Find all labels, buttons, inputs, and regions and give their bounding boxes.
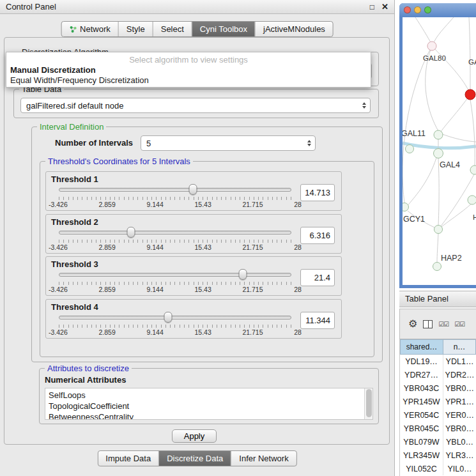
node-attribute-table: shared… n… YDL19… YDL1… YDR27… YDR2… YBR… xyxy=(399,339,476,476)
table-cell[interactable]: YER054C xyxy=(400,408,443,422)
table-cell[interactable]: YPR1… xyxy=(443,395,476,408)
threshold-slider[interactable] xyxy=(59,227,291,238)
table-row[interactable]: YER054C YER0… xyxy=(400,408,476,422)
network-node[interactable] xyxy=(434,130,443,139)
table-row[interactable]: YBL079W YBL0… xyxy=(400,435,476,449)
table-row[interactable]: YBR043C YBR0… xyxy=(400,381,476,395)
network-node[interactable] xyxy=(434,226,443,234)
tab-impute-data[interactable]: Impute Data xyxy=(98,451,158,466)
table-cell[interactable]: YDL1… xyxy=(443,355,476,368)
table-cell[interactable]: YIL052C xyxy=(400,462,443,475)
traffic-zoom-button[interactable] xyxy=(424,6,431,13)
network-node[interactable] xyxy=(433,263,441,271)
table-cell[interactable]: YBR045C xyxy=(400,422,443,435)
close-icon[interactable]: ✕ xyxy=(381,2,388,12)
table-cell[interactable]: YLR3… xyxy=(443,449,476,462)
tab-select[interactable]: Select xyxy=(153,22,192,36)
float-window-icon[interactable]: □ xyxy=(370,3,374,12)
threshold-slider[interactable] xyxy=(59,184,291,196)
algorithm-option-equal-width[interactable]: Equal Width/Frequency Discretization xyxy=(6,75,371,86)
table-row[interactable]: YDR27… YDR2… xyxy=(400,368,476,381)
table-cell[interactable]: YBR0… xyxy=(443,381,476,395)
table-cell[interactable]: YER0… xyxy=(443,408,476,422)
select-rows-icon[interactable]: ☑☑ xyxy=(454,321,464,328)
table-data-combobox[interactable]: galFiltered.sif default node xyxy=(20,98,371,113)
list-item[interactable]: BetweennessCentrality xyxy=(45,411,372,420)
network-node[interactable] xyxy=(406,145,414,153)
number-of-intervals-combobox[interactable]: 5 xyxy=(141,135,316,151)
network-canvas[interactable]: GAL80 GA GAL11 GAL4 GCY1 HAP2 H xyxy=(403,17,476,285)
tab-network[interactable]: Network xyxy=(61,22,118,36)
table-cell[interactable]: YBL0… xyxy=(443,435,476,449)
scrollbar-thumb[interactable] xyxy=(366,389,372,417)
table-cell[interactable]: YPR145W xyxy=(400,395,443,408)
network-window-titlebar[interactable] xyxy=(399,3,476,17)
bottom-tab-strip: Impute Data Discretize Data Infer Networ… xyxy=(97,450,296,466)
slider-thumb[interactable] xyxy=(164,312,173,323)
threshold-value-field[interactable]: 14.713 xyxy=(300,184,335,201)
threshold-value-field[interactable]: 11.344 xyxy=(300,312,335,329)
slider-thumb[interactable] xyxy=(238,269,247,280)
slider-thumb[interactable] xyxy=(127,227,135,238)
table-cell[interactable]: YLR345W xyxy=(400,449,443,462)
number-of-intervals-label: Number of Intervals xyxy=(55,135,133,151)
slider-scale-labels: -3.426 2.859 9.144 15.43 21.715 28 xyxy=(49,243,302,251)
network-node[interactable] xyxy=(427,42,436,50)
tab-jactivemnodules[interactable]: jActiveMNodules xyxy=(255,22,333,36)
slider-ticks xyxy=(59,282,291,285)
network-node[interactable] xyxy=(468,196,476,204)
network-icon xyxy=(69,26,77,33)
table-cell[interactable]: YBL079W xyxy=(400,435,443,449)
combo-stepper-icon xyxy=(362,102,366,109)
traffic-minimize-button[interactable] xyxy=(414,6,421,13)
network-node[interactable] xyxy=(434,149,443,158)
control-panel-window: Control Panel □ ✕ Network Style Select C… xyxy=(0,0,395,476)
slider-track[interactable] xyxy=(59,316,291,319)
table-cell[interactable]: YBR043C xyxy=(400,381,443,395)
table-cell[interactable]: YDR27… xyxy=(400,368,443,381)
window-title: Control Panel xyxy=(6,2,56,12)
table-cell[interactable]: YDR2… xyxy=(443,368,476,381)
list-item[interactable]: SelfLoops xyxy=(45,390,372,401)
list-item[interactable]: TopologicalCoefficient xyxy=(45,401,372,411)
table-header-row: shared… n… xyxy=(400,339,476,355)
threshold-panel-1: Threshold 1 -3.426 2.859 9.144 15.43 21.… xyxy=(45,171,342,211)
threshold-slider[interactable] xyxy=(59,269,291,280)
tab-infer-network[interactable]: Infer Network xyxy=(231,451,296,466)
algorithm-option-manual[interactable]: Manual Discretization xyxy=(6,65,371,75)
node-label: GAL80 xyxy=(423,54,446,62)
network-node[interactable] xyxy=(403,203,409,211)
column-header-shared-name[interactable]: shared… xyxy=(400,339,443,355)
network-node[interactable] xyxy=(470,165,476,174)
table-row[interactable]: YDL19… YDL1… xyxy=(400,355,476,368)
threshold-value-field[interactable]: 6.316 xyxy=(300,227,335,244)
selected-network-node[interactable] xyxy=(465,89,475,100)
top-tab-strip: Network Style Select Cyni Toolbox jActiv… xyxy=(61,21,334,37)
table-row[interactable]: YLR345W YLR3… xyxy=(400,449,476,462)
threshold-label: Threshold 3 xyxy=(51,259,98,269)
columns-icon[interactable] xyxy=(423,320,433,328)
list-scrollbar[interactable] xyxy=(364,388,372,419)
threshold-value-field[interactable]: 21.4 xyxy=(300,269,335,286)
table-cell[interactable]: YIL0… xyxy=(443,462,476,475)
threshold-slider[interactable] xyxy=(59,312,291,323)
node-label: HAP2 xyxy=(441,254,462,263)
slider-track[interactable] xyxy=(59,231,291,234)
tab-cyni-toolbox[interactable]: Cyni Toolbox xyxy=(192,22,255,36)
slider-thumb[interactable] xyxy=(189,184,197,195)
table-cell[interactable]: YDL19… xyxy=(400,355,443,368)
column-header-name[interactable]: n… xyxy=(443,339,476,355)
table-row[interactable]: YBR045C YBR0… xyxy=(400,422,476,435)
tab-discretize-data[interactable]: Discretize Data xyxy=(158,451,231,466)
node-label: GCY1 xyxy=(403,215,425,224)
gear-icon[interactable]: ⚙ xyxy=(408,319,417,329)
slider-track[interactable] xyxy=(59,273,291,277)
slider-track[interactable] xyxy=(59,188,291,192)
table-row[interactable]: YPR145W YPR1… xyxy=(400,395,476,408)
traffic-close-button[interactable] xyxy=(404,6,411,13)
tab-style[interactable]: Style xyxy=(118,22,153,36)
apply-button[interactable]: Apply xyxy=(172,429,217,443)
table-row[interactable]: YIL052C YIL0… xyxy=(400,462,476,475)
table-cell[interactable]: YBR0… xyxy=(443,422,476,435)
select-columns-icon[interactable]: ☑☑ xyxy=(438,321,449,328)
